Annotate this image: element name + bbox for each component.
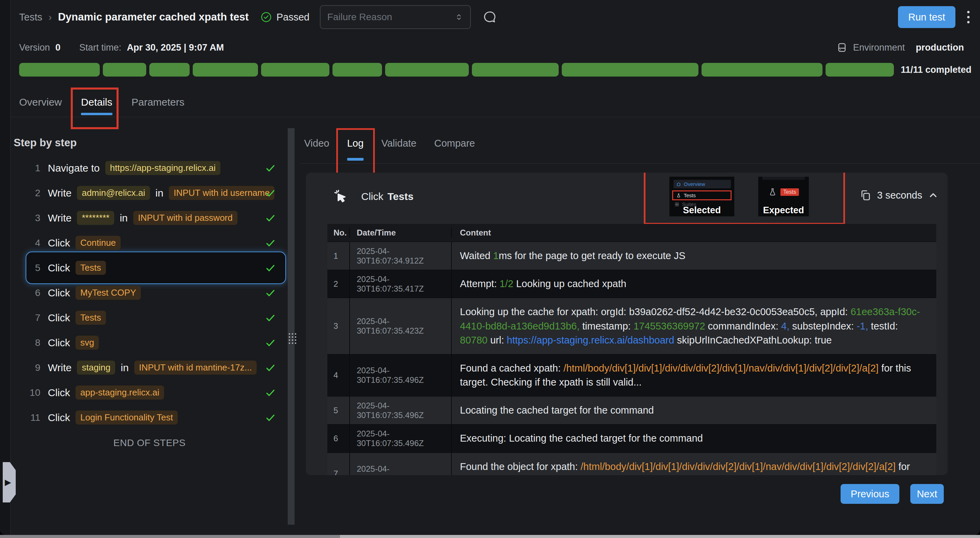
step-action: Click xyxy=(48,312,70,324)
log-text: commandIndex: xyxy=(705,321,781,331)
step-row[interactable]: 10Clickapp-staging.relicx.ai xyxy=(14,380,285,405)
step-row[interactable]: 8Clicksvg xyxy=(14,330,285,355)
progress-segment[interactable] xyxy=(150,63,189,76)
log-row: 72025-04-30T16:07:35.753ZFound the objec… xyxy=(327,452,936,475)
log-content-cell: Found the object for xpath: /html/body/d… xyxy=(451,453,936,475)
step-action: Navigate to xyxy=(48,162,100,174)
log-text: 1745536369972 xyxy=(633,321,705,331)
progress-segment[interactable] xyxy=(332,63,382,76)
step-value-chip: ******** xyxy=(77,211,114,225)
step-row[interactable]: 2Writeadmin@relicx.aiinINPUT with id use… xyxy=(14,180,285,205)
log-no-cell: 4 xyxy=(327,355,349,396)
copy-icon[interactable] xyxy=(859,189,872,201)
log-row: 32025-04-30T16:07:35.423ZLooking up the … xyxy=(327,298,936,354)
topbar-actions: Run test xyxy=(898,6,980,28)
step-action: Click xyxy=(48,262,70,274)
sidebar-expander-handle[interactable]: ▶ xyxy=(3,462,16,503)
log-text: Waited xyxy=(460,250,493,261)
step-check-icon xyxy=(265,362,276,373)
log-content-cell: Looking up the cache for xpath: orgId: b… xyxy=(451,298,936,354)
header-no: No. xyxy=(327,228,349,237)
log-timestamp-cell: 2025-04-30T16:07:35.496Z xyxy=(349,396,451,424)
progress-segment[interactable] xyxy=(103,63,146,76)
log-text: ms for the page to get ready to execute … xyxy=(498,250,685,261)
step-row[interactable]: 3Write********inINPUT with id password xyxy=(14,205,285,230)
next-button[interactable]: Next xyxy=(910,484,944,504)
tab-log[interactable]: Log xyxy=(347,138,364,149)
command-text: ClickTests xyxy=(361,191,414,202)
progress-segment[interactable] xyxy=(385,63,469,76)
log-text: Attempt: xyxy=(460,278,500,289)
progress-segment[interactable] xyxy=(261,63,329,76)
failure-reason-select[interactable]: Failure Reason xyxy=(320,5,471,29)
log-timestamp-cell: 2025-04-30T16:07:34.912Z xyxy=(349,242,451,270)
step-check-icon xyxy=(265,237,276,248)
kebab-menu-icon[interactable] xyxy=(966,10,970,25)
tab-parameters[interactable]: Parameters xyxy=(132,96,185,108)
log-content-cell: Locating the cached target for the comma… xyxy=(451,396,936,424)
run-test-button[interactable]: Run test xyxy=(898,6,955,28)
progress-segment[interactable] xyxy=(472,63,559,76)
step-row[interactable]: 9WritestaginginINPUT with id mantine-17z… xyxy=(14,355,285,380)
progress-segment[interactable] xyxy=(826,63,894,76)
tab-details[interactable]: Details xyxy=(81,96,113,108)
pagination-buttons: Previous Next xyxy=(0,484,944,504)
progress-segment[interactable] xyxy=(193,63,258,76)
breadcrumb-tests[interactable]: Tests xyxy=(19,12,42,23)
comment-icon[interactable] xyxy=(482,10,497,24)
steps-list: 1Navigate tohttps://app-staging.relicx.a… xyxy=(14,156,285,430)
log-text: Looking up cached xpath xyxy=(513,278,626,289)
log-content-cell: Attempt: 1/2 Looking up cached xpath xyxy=(451,270,936,298)
log-content-cell: Waited 1ms for the page to get ready to … xyxy=(451,242,936,270)
step-number: 5 xyxy=(27,263,40,274)
log-text: 1/2 xyxy=(500,278,513,289)
mini-nav-overview: Overview xyxy=(673,180,731,188)
step-action: Write xyxy=(48,362,72,374)
tab-compare[interactable]: Compare xyxy=(434,138,475,149)
log-text: 80780 xyxy=(460,334,488,345)
mini-chrome-bar xyxy=(762,177,805,180)
step-target-chip: INPUT with id password xyxy=(133,211,237,225)
step-row[interactable]: 6ClickMyTest COPY xyxy=(14,280,285,305)
progress-segment[interactable] xyxy=(19,63,100,76)
step-number: 4 xyxy=(27,237,40,248)
previous-button[interactable]: Previous xyxy=(841,484,899,504)
tab-overview[interactable]: Overview xyxy=(19,96,62,108)
log-no-cell: 3 xyxy=(327,298,349,354)
log-text: Executing: Locating the cached target fo… xyxy=(460,433,703,444)
step-row[interactable]: 1Navigate tohttps://app-staging.relicx.a… xyxy=(14,156,285,180)
log-rows: 12025-04-30T16:07:34.912ZWaited 1ms for … xyxy=(327,242,936,475)
log-content-cell: Found a cached xpath: /html/body/div[1]/… xyxy=(451,355,936,396)
command-action: Click xyxy=(361,191,383,202)
step-row[interactable]: 7ClickTests xyxy=(14,305,285,330)
collapse-chevron-up-icon[interactable] xyxy=(928,190,939,201)
steps-panel-title: Step by step xyxy=(14,135,285,150)
step-number: 1 xyxy=(27,163,40,173)
select-chevrons-icon xyxy=(455,13,463,22)
step-row[interactable]: 5ClickTests xyxy=(14,255,285,280)
step-connector: in xyxy=(119,212,127,224)
page-title: Dynamic parameter cached xpath test xyxy=(58,11,249,23)
tab-validate[interactable]: Validate xyxy=(381,138,417,149)
step-row[interactable]: 11ClickLogin Functionality Test xyxy=(14,405,285,430)
tab-video[interactable]: Video xyxy=(304,138,329,149)
log-table-header: No. Date/Time Content xyxy=(327,224,936,242)
step-action: Click xyxy=(48,287,70,299)
progress-row: 11/11 completed xyxy=(19,62,972,77)
log-text: Found the object for xpath: xyxy=(460,461,581,472)
splitter-grip-handle[interactable] xyxy=(289,333,296,344)
progress-segment[interactable] xyxy=(562,63,698,76)
step-value-chip: admin@relicx.ai xyxy=(77,186,150,200)
horizontal-scrollbar xyxy=(0,535,980,538)
log-xpath-text: /html/body/div[1]/div[1]/div/div/div[2]/… xyxy=(581,461,896,472)
log-xpath-text: /html/body/div[1]/div[1]/div/div/div[2]/… xyxy=(563,363,878,374)
panel-splitter[interactable] xyxy=(288,128,294,525)
selected-label: Selected xyxy=(670,205,734,216)
command-title: ClickTests xyxy=(333,189,414,204)
horizontal-scrollbar-thumb[interactable] xyxy=(0,535,340,538)
log-row: 42025-04-30T16:07:35.496ZFound a cached … xyxy=(327,354,936,396)
log-url-link[interactable]: https://app-staging.relicx.ai/dashboard xyxy=(507,334,674,345)
progress-segments xyxy=(19,63,894,76)
progress-segment[interactable] xyxy=(702,63,822,76)
step-connector: in xyxy=(156,187,163,199)
